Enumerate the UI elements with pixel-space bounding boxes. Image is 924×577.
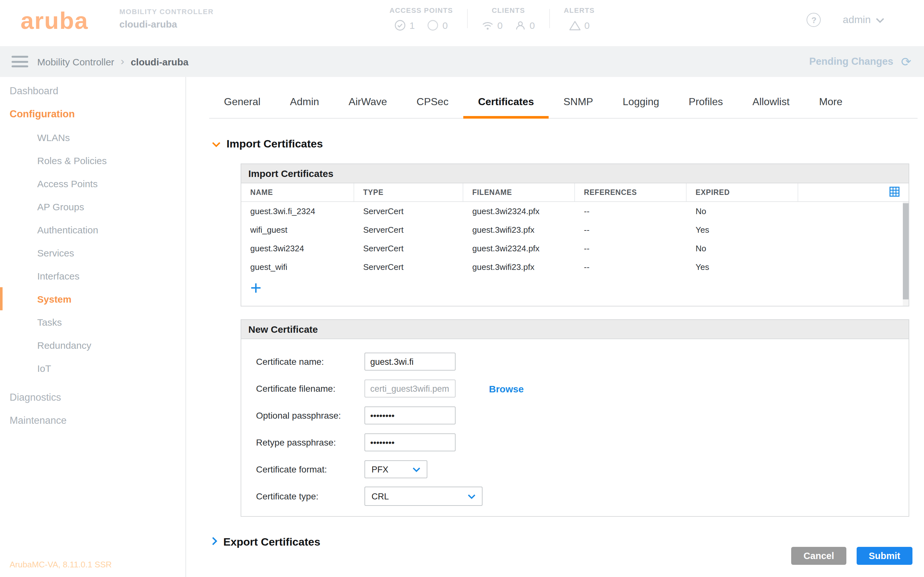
tab-snmp[interactable]: SNMP xyxy=(549,89,607,119)
column-header-filename[interactable]: FILENAME xyxy=(463,183,575,201)
certificate-format-select[interactable]: PFX xyxy=(365,460,427,478)
table-body: guest.3wi.fi_2324 ServerCert guest.3wi23… xyxy=(241,202,909,306)
scrollbar-thumb[interactable] xyxy=(903,203,909,300)
refresh-icon[interactable]: ⟳ xyxy=(901,54,911,69)
clients-wired: 0 xyxy=(515,20,535,31)
table-row[interactable]: guest.3wi.fi_2324 ServerCert guest.3wi23… xyxy=(241,202,909,221)
tab-logging[interactable]: Logging xyxy=(608,89,674,119)
column-header-type[interactable]: TYPE xyxy=(354,183,463,201)
main-content: General Admin AirWave CPSec Certificates… xyxy=(186,77,924,577)
form-actions: Cancel Submit xyxy=(792,547,913,565)
import-certificates-section-toggle[interactable]: Import Certificates xyxy=(212,138,924,151)
stat-alerts: ALERTS 0 xyxy=(549,6,609,31)
sidebar-item-services[interactable]: Services xyxy=(0,241,186,264)
optional-passphrase-input[interactable] xyxy=(365,406,456,424)
cell-expired: No xyxy=(687,206,798,216)
certificate-type-select[interactable]: CRL xyxy=(365,487,483,506)
tab-bar: General Admin AirWave CPSec Certificates… xyxy=(209,89,918,119)
breadcrumb-bar: Mobility Controller › cloudi-aruba Pendi… xyxy=(0,46,924,77)
column-header-name[interactable]: NAME xyxy=(241,183,354,201)
new-certificate-panel: New Certificate Certificate name: Certif… xyxy=(241,319,909,517)
table-row[interactable]: guest_wifi ServerCert guest.3wifi23.pfx … xyxy=(241,258,909,276)
chevron-down-icon xyxy=(212,139,221,150)
check-circle-icon xyxy=(395,20,405,31)
retype-passphrase-label: Retype passphrase: xyxy=(256,437,365,448)
menu-icon[interactable] xyxy=(11,56,28,67)
sidebar-item-diagnostics[interactable]: Diagnostics xyxy=(0,386,186,409)
sidebar-item-access-points[interactable]: Access Points xyxy=(0,172,186,195)
cell-references: -- xyxy=(575,225,687,235)
access-points-down: 0 xyxy=(428,20,448,31)
device-block: MOBILITY CONTROLLER cloudi-aruba xyxy=(120,8,214,29)
tab-general[interactable]: General xyxy=(209,89,275,119)
cell-filename: guest.3wi2324.pfx xyxy=(463,243,575,253)
help-icon[interactable]: ? xyxy=(807,13,821,27)
chevron-down-icon xyxy=(876,14,884,26)
cell-references: -- xyxy=(575,262,687,272)
sidebar-item-tasks[interactable]: Tasks xyxy=(0,310,186,334)
sidebar-item-dashboard[interactable]: Dashboard xyxy=(0,79,186,103)
username-label: admin xyxy=(843,14,871,26)
sidebar-item-configuration[interactable]: Configuration xyxy=(0,103,186,126)
optional-passphrase-label: Optional passphrase: xyxy=(256,410,365,421)
cell-filename: guest.3wifi23.pfx xyxy=(463,225,575,235)
sidebar-item-maintenance[interactable]: Maintenance xyxy=(0,409,186,432)
tab-profiles[interactable]: Profiles xyxy=(674,89,738,119)
cell-references: -- xyxy=(575,206,687,216)
chevron-down-icon xyxy=(468,492,475,501)
certificate-name-input[interactable] xyxy=(365,353,456,371)
top-header: aruba MOBILITY CONTROLLER cloudi-aruba A… xyxy=(0,0,924,46)
retype-passphrase-input[interactable] xyxy=(365,434,456,451)
submit-button[interactable]: Submit xyxy=(857,547,913,565)
browse-link[interactable]: Browse xyxy=(489,383,523,394)
sidebar: Dashboard Configuration WLANs Roles & Po… xyxy=(0,77,186,577)
certificate-filename-input xyxy=(365,380,456,398)
circle-icon xyxy=(428,20,439,31)
table-header-row: NAME TYPE FILENAME REFERENCES EXPIRED xyxy=(241,183,909,202)
sidebar-item-interfaces[interactable]: Interfaces xyxy=(0,264,186,287)
certificate-name-label: Certificate name: xyxy=(256,356,365,367)
table-row[interactable]: wifi_guest ServerCert guest.3wifi23.pfx … xyxy=(241,221,909,239)
panel-title: New Certificate xyxy=(241,320,909,339)
wifi-icon xyxy=(482,21,493,30)
sidebar-item-wlans[interactable]: WLANs xyxy=(0,126,186,149)
cell-references: -- xyxy=(575,243,687,253)
add-certificate-button[interactable]: + xyxy=(250,280,262,295)
column-header-expired[interactable]: EXPIRED xyxy=(687,183,798,201)
tab-cpsec[interactable]: CPSec xyxy=(402,89,463,119)
tab-allowlist[interactable]: Allowlist xyxy=(738,89,804,119)
grid-columns-icon[interactable] xyxy=(889,187,900,198)
table-row[interactable]: guest.3wi2324 ServerCert guest.3wi2324.p… xyxy=(241,239,909,258)
cell-expired: Yes xyxy=(687,262,798,272)
cancel-button[interactable]: Cancel xyxy=(792,547,846,565)
tab-certificates[interactable]: Certificates xyxy=(463,89,549,119)
aruba-logo: aruba xyxy=(21,9,89,33)
alerts-count: 0 xyxy=(569,20,590,31)
sidebar-item-redundancy[interactable]: Redundancy xyxy=(0,334,186,356)
panel-title: Import Certificates xyxy=(241,164,909,183)
sidebar-item-iot[interactable]: IoT xyxy=(0,356,186,380)
stat-clients: CLIENTS 0 0 xyxy=(468,6,549,31)
cell-type: ServerCert xyxy=(354,206,463,216)
tab-airwave[interactable]: AirWave xyxy=(334,89,402,119)
table-scrollbar[interactable] xyxy=(903,202,909,306)
cell-name: guest.3wi.fi_2324 xyxy=(241,206,354,216)
sidebar-item-ap-groups[interactable]: AP Groups xyxy=(0,195,186,218)
breadcrumb-root[interactable]: Mobility Controller xyxy=(37,56,114,67)
user-icon xyxy=(515,20,526,31)
column-header-references[interactable]: REFERENCES xyxy=(575,183,687,201)
clients-label: CLIENTS xyxy=(482,6,535,14)
device-name: cloudi-aruba xyxy=(120,19,214,29)
tab-more[interactable]: More xyxy=(804,89,857,119)
tab-admin[interactable]: Admin xyxy=(275,89,334,119)
user-menu[interactable]: admin xyxy=(843,14,884,26)
breadcrumb: Mobility Controller › cloudi-aruba xyxy=(37,55,188,68)
sidebar-item-system[interactable]: System xyxy=(0,287,186,310)
sidebar-item-authentication[interactable]: Authentication xyxy=(0,218,186,241)
pending-changes-link[interactable]: Pending Changes xyxy=(809,56,893,67)
certificate-filename-label: Certificate filename: xyxy=(256,384,365,394)
column-header-actions xyxy=(798,183,909,201)
chevron-down-icon xyxy=(413,464,420,474)
cell-expired: Yes xyxy=(687,225,798,235)
sidebar-item-roles-policies[interactable]: Roles & Policies xyxy=(0,149,186,172)
